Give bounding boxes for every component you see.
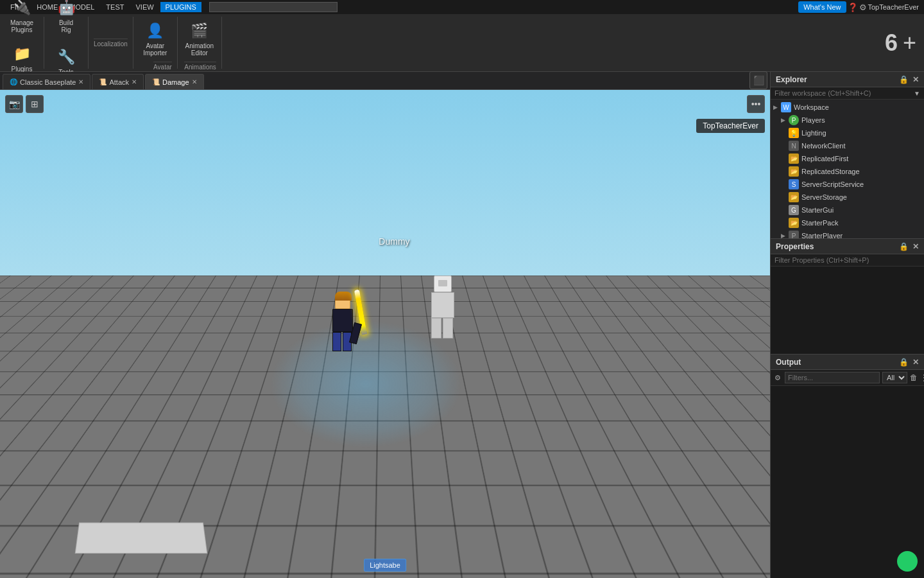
chevron-starterplayer: ▶ (781, 232, 789, 238)
toolbar-right: 6 + (885, 17, 924, 69)
tab-icon-attack: 📜 (99, 78, 107, 85)
tree-item-replicatedstorage[interactable]: 📂 ReplicatedStorage (771, 165, 924, 178)
notif-plus: + (903, 31, 916, 55)
build-rig-button[interactable]: 🤖 Build Rig (49, 0, 83, 39)
explorer-panel: Explorer 🔒 ✕ ▼ ▶ W Workspace ▶ P (771, 72, 924, 239)
status-dot (897, 551, 918, 572)
viewport[interactable]: Dummy (0, 90, 770, 578)
explorer-header: Explorer 🔒 ✕ (771, 72, 924, 87)
menubar: FILE HOME MODEL TEST VIEW PLUGINS What's… (0, 0, 924, 14)
icon-replicatedfirst: 📂 (789, 153, 799, 164)
toolbar-section-animations: 🎬 Animation Editor Animations (178, 17, 222, 69)
viewport-expand-button[interactable]: ⬛ (749, 71, 767, 89)
explorer-filter-dropdown[interactable]: ▼ (914, 90, 920, 97)
properties-content (771, 267, 924, 354)
tab-damage[interactable]: 📜 Damage ✕ (145, 74, 204, 89)
explorer-lock-button[interactable]: 🔒 (899, 75, 909, 84)
explorer-close-button[interactable]: ✕ (912, 75, 919, 84)
help-icon[interactable]: ❓ (848, 3, 858, 12)
tab-close-attack[interactable]: ✕ (132, 78, 137, 85)
tree-item-starterpack[interactable]: 📂 StarterPack (771, 216, 924, 229)
dummy-face (438, 280, 447, 286)
char-torso (332, 309, 353, 332)
properties-close-button[interactable]: ✕ (912, 242, 919, 251)
grid-button[interactable]: ⊞ (26, 95, 44, 113)
tools-icon: 🔧 (56, 47, 76, 67)
notif-count: 6 (885, 31, 898, 55)
char-body (323, 295, 362, 351)
icon-serverscriptservice: S (789, 179, 799, 189)
properties-filter-bar (771, 254, 924, 267)
properties-lock-button[interactable]: 🔒 (899, 242, 909, 251)
output-close-button[interactable]: ✕ (912, 358, 919, 367)
avatar-importer-icon: 👤 (145, 21, 166, 41)
camera-button[interactable]: 📷 (5, 95, 23, 113)
icon-workspace: W (781, 102, 791, 112)
whats-new-button[interactable]: What's New (798, 1, 846, 13)
icon-replicatedstorage: 📂 (789, 166, 799, 177)
explorer-header-actions: 🔒 ✕ (899, 75, 919, 84)
dummy-torso (431, 292, 454, 318)
tree-item-players[interactable]: ▶ P Players (771, 114, 924, 127)
localization-section-label: Localization (94, 39, 128, 48)
dummy-label: Dummy (379, 236, 409, 247)
icon-networkclient: N (789, 141, 799, 151)
scene-3d: Dummy (0, 90, 770, 578)
chevron-workspace: ▶ (773, 104, 781, 110)
scene-content: Dummy (0, 90, 770, 578)
menu-plugins[interactable]: PLUGINS (160, 2, 201, 12)
char-head (335, 295, 350, 309)
toolbar-section-avatar: 👤 Avatar Importer Avatar (133, 17, 178, 69)
avatar-section-label: Avatar (153, 62, 172, 71)
avatar-importer-button[interactable]: 👤 Avatar Importer (139, 15, 172, 62)
tab-classic-baseplate[interactable]: 🌐 Classic Baseplate ✕ (3, 74, 90, 89)
animations-section-label: Animations (184, 62, 216, 71)
tree-item-starterplayer[interactable]: ▶ P StarterPlayer (771, 229, 924, 238)
explorer-filter-input[interactable] (774, 89, 911, 97)
tree-item-networkclient[interactable]: N NetworkClient (771, 139, 924, 152)
output-filter-bar: ⚙ All 🗑 ⋮ (771, 370, 924, 386)
tree-item-lighting[interactable]: 💡 Lighting (771, 127, 924, 139)
tree-item-serverstorage[interactable]: 📂 ServerStorage (771, 191, 924, 204)
menu-view[interactable]: VIEW (130, 2, 158, 12)
right-panel: Explorer 🔒 ✕ ▼ ▶ W Workspace ▶ P (770, 72, 924, 578)
toolbar-section-localization: Localization (89, 17, 133, 69)
dummy-legs (431, 318, 454, 338)
toolbar: 🔌 Manage Plugins 📁 Plugins Folder Tools … (0, 14, 924, 72)
char-hair (335, 292, 352, 301)
tree-item-workspace[interactable]: ▶ W Workspace (771, 101, 924, 114)
tab-close-baseplate[interactable]: ✕ (78, 78, 83, 85)
tree-item-serverscriptservice[interactable]: S ServerScriptService (771, 178, 924, 191)
output-filter-dropdown[interactable]: All (882, 372, 907, 383)
toolbar-section-rig: 🤖 Build Rig 🔧 Tools Rig Builder (44, 17, 89, 69)
output-more-button[interactable]: ⋮ (920, 373, 924, 382)
tab-icon-baseplate: 🌐 (10, 78, 17, 85)
manage-plugins-button[interactable]: 🔌 Manage Plugins (5, 0, 38, 39)
icon-starterplayer: P (789, 231, 799, 238)
tab-attack[interactable]: 📜 Attack ✕ (92, 74, 144, 89)
explorer-tree: ▶ W Workspace ▶ P Players 💡 Lighting N (771, 100, 924, 238)
user-label: TopTeacherEver (868, 3, 920, 11)
icon-serverstorage: 📂 (789, 192, 799, 202)
output-lock-button[interactable]: 🔒 (899, 358, 909, 367)
properties-panel: Properties 🔒 ✕ (771, 239, 924, 355)
properties-header: Properties 🔒 ✕ (771, 239, 924, 254)
tree-item-replicatedfirst[interactable]: 📂 ReplicatedFirst (771, 152, 924, 165)
tab-close-damage[interactable]: ✕ (192, 78, 197, 85)
icon-starterpack: 📂 (789, 218, 799, 228)
viewport-column: 🌐 Classic Baseplate ✕ 📜 Attack ✕ 📜 Damag… (0, 72, 770, 578)
build-rig-icon: 🤖 (56, 0, 76, 18)
output-filter-input[interactable] (785, 372, 880, 383)
output-clear-button[interactable]: 🗑 (910, 373, 918, 382)
tree-item-startergui[interactable]: G StarterGui (771, 204, 924, 216)
menu-test[interactable]: TEST (101, 2, 129, 12)
menubar-search[interactable] (209, 2, 338, 12)
player-character (323, 295, 362, 351)
properties-filter-input[interactable] (774, 256, 920, 264)
animation-editor-button[interactable]: 🎬 Animation Editor (183, 15, 216, 62)
output-filter-icon: ⚙ (774, 374, 781, 382)
settings-icon[interactable]: ⚙ (859, 3, 867, 12)
output-content (771, 386, 924, 578)
viewport-menu-button[interactable]: ••• (747, 95, 765, 113)
main-area: 🌐 Classic Baseplate ✕ 📜 Attack ✕ 📜 Damag… (0, 72, 924, 578)
